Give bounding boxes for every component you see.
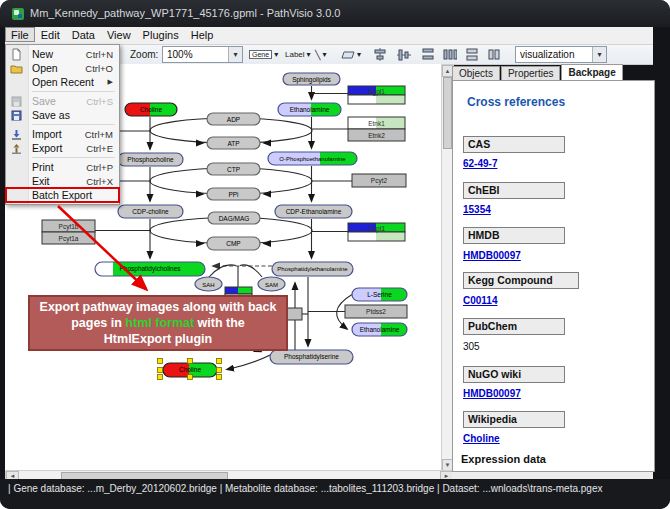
nugo-link[interactable]: HMDB00097 — [463, 388, 521, 399]
node-sam[interactable]: SAM — [258, 277, 285, 291]
node-ethanolamine-bottom[interactable]: Ethanolamine — [352, 323, 407, 336]
gene-box-etnk1[interactable]: Etnk1 — [348, 117, 405, 129]
distribute-horizontal-button[interactable] — [443, 47, 457, 62]
menu-item-open[interactable]: OpenCtrl+O — [6, 61, 119, 75]
svg-text:Phosphocholine: Phosphocholine — [127, 156, 174, 164]
svg-text:Phosphatidylethanolamine: Phosphatidylethanolamine — [277, 266, 348, 272]
node-adp[interactable]: ADP — [207, 113, 260, 125]
node-phosphocholine[interactable]: Phosphocholine — [118, 153, 183, 166]
visualization-value: visualization — [520, 49, 574, 60]
open-folder-icon — [10, 62, 23, 75]
chevron-down-icon: ▾ — [357, 50, 361, 59]
node-ethanolamine-top[interactable]: Ethanolamine — [278, 103, 341, 116]
node-sah[interactable]: SAH — [195, 277, 222, 291]
node-choline-top[interactable]: Choline — [125, 103, 177, 116]
cas-link[interactable]: 62-49-7 — [463, 158, 497, 169]
gene-box-hidden[interactable] — [287, 308, 302, 320]
menu-item-export[interactable]: ExportCtrl+E — [6, 141, 119, 155]
node-atp[interactable]: ATP — [207, 137, 260, 149]
menu-data[interactable]: Data — [66, 27, 101, 42]
svg-text:DAG/MAG: DAG/MAG — [219, 215, 250, 222]
svg-text:Ptdss2: Ptdss2 — [366, 308, 386, 315]
menu-help[interactable]: Help — [185, 27, 220, 42]
svg-text:O-Phosphoethanolamine: O-Phosphoethanolamine — [279, 156, 346, 162]
node-o-phosphoethanolamine[interactable]: O-Phosphoethanolamine — [268, 152, 357, 165]
node-l-serine[interactable]: L-Serine — [352, 288, 407, 301]
scrollbar-thumb[interactable] — [443, 77, 452, 149]
menu-file[interactable]: File — [5, 27, 35, 42]
gene-box-etnk2[interactable]: Etnk2 — [348, 129, 405, 141]
new-file-icon — [10, 48, 23, 61]
line-tool-button[interactable]: ╲ ▾ — [315, 47, 326, 62]
menu-edit[interactable]: Edit — [35, 27, 66, 42]
menu-plugins[interactable]: Plugins — [137, 27, 185, 42]
node-ppi[interactable]: PPi — [207, 188, 260, 200]
kegg-link[interactable]: C00114 — [463, 295, 497, 306]
zoom-value: 100% — [167, 49, 193, 60]
menu-item-import[interactable]: ImportCtrl+M — [6, 127, 119, 141]
tab-objects[interactable]: Objects — [452, 66, 500, 81]
node-cdp-ethanolamine[interactable]: CDP-Ethanolamine — [275, 205, 352, 218]
menu-bar: FileEditDataViewPluginsHelp — [5, 27, 653, 45]
common-height-button[interactable] — [487, 47, 501, 62]
export-icon — [10, 142, 23, 155]
hmdb-link[interactable]: HMDB00097 — [463, 250, 521, 261]
align-center-vertical-button[interactable] — [373, 47, 387, 62]
gene-box-cept1[interactable]: Cept1 — [348, 223, 405, 241]
title-bar[interactable]: Mm_Kennedy_pathway_WP1771_45176.gpml - P… — [0, 0, 670, 27]
chevron-down-icon[interactable]: ▾ — [592, 47, 606, 62]
svg-text:Phosphatidylserine: Phosphatidylserine — [284, 353, 339, 361]
common-width-icon — [465, 48, 479, 61]
align-center-horizontal-button[interactable] — [397, 47, 411, 62]
tab-properties[interactable]: Properties — [501, 66, 561, 81]
menu-item-exit[interactable]: ExitCtrl+X — [6, 174, 119, 188]
window-title: Mm_Kennedy_pathway_WP1771_45176.gpml - P… — [30, 0, 340, 27]
status-bar: | Gene database: ...m_Derby_20120602.bri… — [0, 479, 670, 509]
menu-item-print[interactable]: PrintCtrl+P — [6, 160, 119, 174]
common-height-icon — [487, 48, 501, 61]
menu-view[interactable]: View — [101, 27, 137, 42]
wikipedia-link[interactable]: Choline — [463, 433, 500, 444]
save-floppy-icon — [10, 95, 23, 108]
visualization-combobox[interactable]: visualization ▾ — [515, 46, 607, 63]
section-header-chebi: ChEBI — [463, 182, 565, 199]
zoom-label: Zoom: — [130, 49, 158, 60]
chevron-down-icon[interactable]: ▾ — [228, 47, 242, 62]
annotation-arrow — [30, 195, 170, 300]
node-dag[interactable]: DAG/MAG — [208, 212, 260, 224]
section-header-cas: CAS — [463, 136, 565, 153]
section-header-nugo: NuGO wiki — [463, 366, 565, 383]
annotation-line3: HtmlExport plugin — [104, 332, 212, 346]
node-phosphatidylserine[interactable]: Phosphatidylserine — [270, 350, 353, 364]
node-ctp[interactable]: CTP — [207, 163, 260, 175]
gene-box-pcyt2[interactable]: Pcyt2 — [352, 174, 406, 187]
common-width-button[interactable] — [465, 47, 479, 62]
svg-text:PPi: PPi — [228, 191, 238, 198]
node-sphingolipids[interactable]: Sphingolipids — [283, 73, 340, 85]
node-cmp[interactable]: CMP — [207, 237, 260, 250]
shape-tool-button[interactable]: ▾ — [341, 47, 361, 62]
svg-text:CDP-Ethanolamine: CDP-Ethanolamine — [286, 208, 342, 215]
section-header-hmdb: HMDB — [463, 227, 565, 244]
tab-backpage[interactable]: Backpage — [561, 64, 622, 81]
svg-text:CTP: CTP — [227, 166, 240, 173]
backpage-panel: Cross references CAS 62-49-7 ChEBI 15354… — [452, 80, 655, 472]
gene-box-ptdss2[interactable]: Ptdss2 — [345, 305, 407, 318]
svg-text:Sgpl1: Sgpl1 — [368, 88, 385, 96]
zoom-combobox[interactable]: 100% ▾ — [162, 46, 243, 63]
svg-text:ADP: ADP — [227, 116, 240, 123]
menu-item-save-as[interactable]: Save as — [6, 108, 119, 122]
distribute-vertical-button[interactable] — [421, 47, 435, 62]
menu-item-new[interactable]: NewCtrl+N — [6, 47, 119, 61]
status-text: | Gene database: ...m_Derby_20120602.bri… — [8, 483, 602, 494]
gene-box-sgpl1[interactable]: Sgpl1 — [348, 86, 405, 104]
chebi-link[interactable]: 15354 — [463, 204, 491, 215]
gene-tool-button[interactable]: Gene ▾ — [249, 47, 278, 62]
label-tool-button[interactable]: Label ▾ — [285, 47, 311, 62]
menu-item-save: SaveCtrl+S — [6, 94, 119, 108]
menu-item-open-recent[interactable]: Open Recent▶ — [6, 75, 119, 89]
backpage-heading: Cross references — [467, 95, 565, 109]
svg-text:CMP: CMP — [226, 240, 240, 247]
align-center-vertical-icon — [373, 48, 387, 61]
node-phosphatidylethanolamine[interactable]: Phosphatidylethanolamine — [272, 262, 353, 276]
